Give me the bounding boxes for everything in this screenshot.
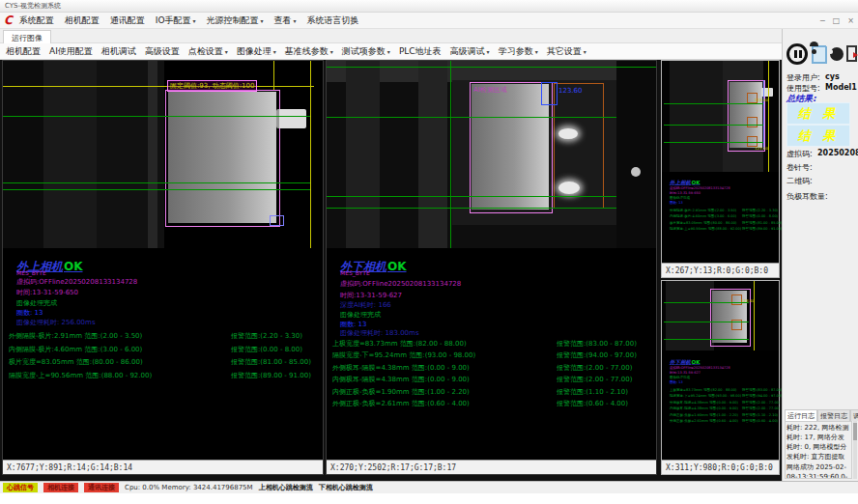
measure-line-green (3, 189, 310, 190)
window-maximize-button[interactable]: □ (833, 16, 841, 25)
menu-language-switch[interactable]: 系统语言切换 (307, 14, 359, 27)
log-output: 耗时: 222, 网络检测耗时: 17, 网络分发耗时: 0, 网络模型分发耗时… (785, 421, 852, 479)
measure-line-green (327, 67, 656, 68)
machine-band (346, 61, 380, 248)
chevron-down-icon: ▾ (487, 48, 490, 55)
virtual-code-value: 20250208 (817, 149, 858, 157)
alarm-range: 报警范围:(83.00 - 87.00) (557, 339, 637, 349)
upper-camera-heartbeat-stream: 上相机心跳检测流 (259, 483, 313, 492)
roi-rectangle (710, 289, 751, 347)
log-tab-alarm[interactable]: 报警日志 (817, 409, 850, 421)
measure-line-green (664, 125, 763, 126)
measurement-value: 内侧隔膜-极片:4.60mm 范围:(3.00 - 6.00) (9, 345, 142, 354)
log-tab-debug[interactable]: 调试日志 (850, 409, 858, 421)
menu-system-config[interactable]: 系统配置 (19, 14, 54, 27)
chevron-down-icon: ▾ (330, 48, 333, 55)
tab-run-image[interactable]: 运行图像 (3, 30, 51, 43)
operator-button[interactable] (830, 47, 844, 61)
heartbeat-status-badge: 心跳信号 (3, 483, 38, 492)
tool-advanced-settings[interactable]: 高级设置 (145, 45, 180, 58)
chevron-down-icon: ▾ (584, 48, 586, 55)
tool-camera-config[interactable]: 相机配置 (6, 45, 41, 58)
time-line: 时间:13-31-59-650 (16, 288, 78, 297)
alarm-range: 报警范围:(2.00 - 77.00) (557, 363, 632, 373)
camera-connection-badge: 相机连接 (43, 483, 78, 492)
measurement-value: 外侧正极-负极=2.61mm 范围:(0.60 - 4.00) (332, 399, 470, 408)
measure-line-green (664, 142, 763, 143)
tool-baseline-params[interactable]: 基准线参数▾ (285, 45, 333, 58)
process-done-line: 图像处理完成 (340, 310, 381, 320)
alarm-range: 报警范围:(1.10 - 2.10) (557, 387, 628, 397)
pixel-coordinate-bar: X:311;Y:980;R:0;G:0;B:0 (662, 460, 779, 474)
exit-button[interactable] (846, 45, 857, 62)
measurement-value: 隔膜宽度-下=95.24mm 范围:(93.00 - 98.00) (332, 350, 475, 360)
measure-line-green (664, 339, 749, 340)
chevron-down-icon: ▾ (273, 48, 276, 55)
menu-view[interactable]: 查看▾ (274, 14, 297, 27)
log-tab-run[interactable]: 运行日志 (785, 409, 817, 421)
alarm-range: 报警范围:(0.00 - 8.00) (231, 345, 302, 354)
tool-other-settings[interactable]: 其它设置▾ (547, 45, 586, 58)
menu-io-config[interactable]: IO手配置▾ (156, 14, 196, 27)
log-tab-strip: 运行日志 报警日志 调试日志 (785, 409, 854, 421)
tool-learning-params[interactable]: 学习参数▾ (499, 45, 538, 58)
ai-elapsed-line: 深度AI耗时: 166 (340, 300, 391, 310)
edge-line-blue (763, 80, 764, 150)
outer-upper-camera-panel: 固定阈值:93, 动态阈值:100 外上相机OK MES_BYTE 虚拟码:OF… (2, 60, 324, 475)
negative-tab-count-label: 负极耳数量: (786, 191, 828, 202)
pause-button[interactable] (786, 43, 808, 65)
tool-spot-check[interactable]: 点检设置▾ (188, 45, 228, 58)
measure-tag-yellow: 123.60 (741, 298, 755, 303)
menu-camera-config[interactable]: 相机配置 (65, 14, 100, 27)
gripper-clip (276, 109, 306, 128)
roller (631, 167, 641, 177)
ok-status: OK (387, 260, 407, 273)
measure-line-green (327, 208, 616, 209)
machine-shadow-band (3, 61, 43, 248)
app-logo-icon: C (4, 15, 13, 25)
alarm-range: 报警范围:(94.00 - 97.00) (557, 350, 637, 360)
login-user-label: 登录用户: (786, 72, 820, 83)
tool-plc-address-table[interactable]: PLC地址表 (399, 45, 442, 58)
window-close-button[interactable]: × (847, 16, 854, 25)
mini-upper-camera-image[interactable]: 123.60 123.60 (662, 61, 779, 172)
log-scrollbar[interactable] (853, 421, 857, 479)
tool-image-processing[interactable]: 图像处理▾ (237, 45, 276, 58)
pixel-coordinate-bar: X:270;Y:2502;R:17;G:17;B:17 (327, 460, 656, 474)
tool-camera-debug[interactable]: 相机调试 (101, 45, 136, 58)
threshold-overlay-label: 固定阈值:93, 动态阈值:100 (167, 80, 257, 92)
window-minimize-button[interactable]: ─ (820, 16, 825, 25)
chevron-down-icon: ▾ (387, 48, 390, 55)
mini-upper-camera-panel: 123.60 123.60 外上相机OK 虚拟码:OFFline20250208… (661, 60, 780, 278)
mes-tag: MES_BYTE (340, 269, 370, 276)
alarm-range: 报警范围:(2.00 - 77.00) (557, 375, 632, 384)
measurement-value: 上极宽度=83.73mm 范围:(82.00 - 88.00) (332, 339, 467, 349)
elapsed-line: 图像处理耗时: 256.00ms (16, 318, 96, 327)
measurement-value: 隔膜宽度-上=90.56mm 范围:(88.00 - 92.00) (9, 371, 152, 380)
tool-advanced-debug[interactable]: 高级调试▾ (450, 45, 490, 58)
virtual-code-line: 虚拟码:OFFline20250208133134728 (16, 277, 137, 287)
outer-upper-camera-image[interactable]: 固定阈值:93, 动态阈值:100 (3, 61, 323, 248)
mini-lower-camera-image[interactable]: 123.60 (662, 281, 779, 350)
machine-band (43, 61, 97, 248)
outer-lower-camera-image[interactable]: AI检测区域 123.60 (327, 61, 656, 248)
virtual-code-label: 虚拟码: (786, 149, 813, 159)
menu-comm-config[interactable]: 通讯配置 (110, 14, 145, 27)
alarm-range: 报警范围:(81.00 - 85.00) (231, 357, 311, 367)
tool-ai-usage-config[interactable]: AI使用配置 (49, 45, 93, 58)
process-done-line: 图像处理完成 (16, 298, 57, 308)
led-glare (558, 128, 578, 139)
roi-rectangle-small (270, 215, 284, 226)
user-login-button[interactable] (812, 45, 827, 64)
ok-status: OK (64, 260, 83, 273)
menu-light-control-config[interactable]: 光源控制配置▾ (207, 14, 264, 27)
exit-arrow-icon (853, 52, 858, 58)
measure-tag-yellow: 123.60 (755, 146, 768, 151)
login-user-value: cys (825, 72, 840, 81)
status-bar: 心跳信号 相机连接 通讯连接 Cpu: 0.0% Memory: 3424.41… (0, 481, 858, 493)
measure-line-green (3, 182, 310, 183)
scrollbar-thumb[interactable] (853, 423, 857, 440)
mini-result-text: 外下相机OK 虚拟码:OFFline20250208133134728 时间:1… (670, 356, 786, 425)
model-value[interactable]: Model1 (825, 83, 857, 92)
tool-test-item-params[interactable]: 测试项参数▾ (342, 45, 390, 58)
